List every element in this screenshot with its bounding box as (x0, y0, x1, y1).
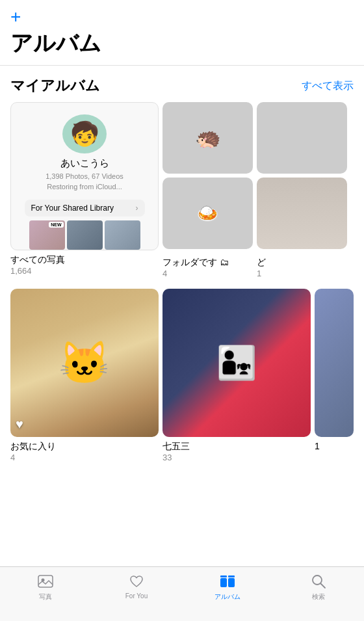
tab-photos[interactable]: 写真 (0, 572, 91, 601)
album-all-photos-count: 1,664 (10, 266, 159, 276)
album-favorites[interactable]: 🐱 ♥ お気に入り 4 (10, 289, 159, 462)
avatar-info: 1,398 Photos, 67 Videos Restoring from i… (46, 172, 124, 192)
album-extra-thumb (315, 289, 354, 437)
tab-albums-icon (218, 572, 237, 590)
album-753[interactable]: 👨‍👧 七五三 33 (162, 289, 311, 462)
shared-library-link[interactable]: For Your Shared Library › (25, 200, 145, 217)
tab-albums[interactable]: アルバム (182, 572, 273, 601)
album-all-photos[interactable]: 🧒 あいこうら 1,398 Photos, 67 Videos Restorin… (10, 102, 159, 278)
album-folder-thumb: 🦔 (162, 102, 253, 174)
album-unknown-label: ど (257, 257, 347, 269)
album-unknown-thumb (257, 102, 347, 174)
album-favorites-label: お気に入り (10, 441, 159, 453)
avatar-name: あいこうら (60, 157, 109, 170)
album-favorites-count: 4 (10, 453, 159, 462)
album-row-top: 🦔 (162, 102, 354, 174)
album-extra-label: 1 (315, 441, 354, 451)
tab-search[interactable]: 検索 (273, 572, 364, 601)
album-food[interactable]: 🍛 (162, 178, 253, 249)
album-folder-label: フォルダです 🗂 (162, 257, 253, 269)
album-favorites-thumb: 🐱 ♥ (10, 289, 159, 437)
album-food-thumb: 🍛 (162, 178, 253, 249)
svg-line-7 (321, 584, 326, 588)
tab-for-you-icon (127, 572, 146, 590)
shared-library-text: For Your Shared Library (31, 204, 114, 213)
album-all-photos-label: すべての写真 (10, 254, 159, 266)
album-unknown[interactable] (257, 102, 347, 174)
tab-photos-icon (36, 572, 55, 590)
album-folder[interactable]: 🦔 (162, 102, 253, 174)
preview-img-2 (67, 220, 103, 250)
albums-row2: 🐱 ♥ お気に入り 4 👨‍👧 七五三 33 1 (0, 278, 364, 462)
svg-rect-0 (38, 575, 53, 587)
shared-library-preview: NEW (29, 220, 140, 250)
album-753-label: 七五三 (162, 441, 311, 453)
cat-image: 🐱 (10, 289, 159, 437)
svg-rect-5 (228, 575, 235, 577)
album-unknown-count: 1 (257, 269, 347, 278)
add-button[interactable]: + (10, 8, 21, 26)
album-all-photos-thumb: 🧒 あいこうら 1,398 Photos, 67 Videos Restorin… (10, 102, 159, 250)
tab-albums-label: アルバム (214, 592, 240, 601)
tab-bar: 写真 For You アルバム 検索 (0, 566, 364, 621)
avatar: 🧒 (62, 114, 107, 153)
section-title: マイアルバム (10, 76, 100, 96)
preview-img-3 (105, 220, 140, 250)
tab-search-icon (309, 572, 328, 590)
tab-photos-label: 写真 (39, 592, 52, 601)
albums-right-column: 🦔 🍛 フォルダです 🗂 4 (162, 102, 354, 278)
album-partial[interactable] (257, 178, 347, 249)
ceremony-image: 👨‍👧 (216, 344, 257, 382)
tab-search-label: 検索 (312, 592, 325, 601)
page-title: アルバム (0, 26, 364, 66)
album-extra[interactable]: 1 (315, 289, 354, 462)
album-folder-count: 4 (162, 269, 253, 278)
albums-grid: 🧒 あいこうら 1,398 Photos, 67 Videos Restorin… (0, 102, 364, 278)
svg-rect-4 (220, 575, 227, 577)
see-all-button[interactable]: すべて表示 (302, 79, 354, 93)
album-753-count: 33 (162, 453, 311, 462)
new-badge: NEW (49, 222, 63, 228)
tab-for-you-label: For You (125, 592, 148, 600)
heart-icon: ♥ (16, 417, 23, 432)
svg-rect-2 (220, 578, 227, 587)
tab-for-you[interactable]: For You (91, 572, 182, 600)
album-row-bottom: 🍛 (162, 178, 354, 249)
section-header: マイアルバム すべて表示 (0, 66, 364, 102)
album-partial-thumb (257, 178, 347, 249)
header: + (0, 0, 364, 26)
chevron-right-icon: › (136, 204, 138, 213)
album-753-thumb: 👨‍👧 (162, 289, 311, 437)
preview-img-1: NEW (29, 220, 65, 250)
svg-rect-3 (228, 578, 235, 587)
